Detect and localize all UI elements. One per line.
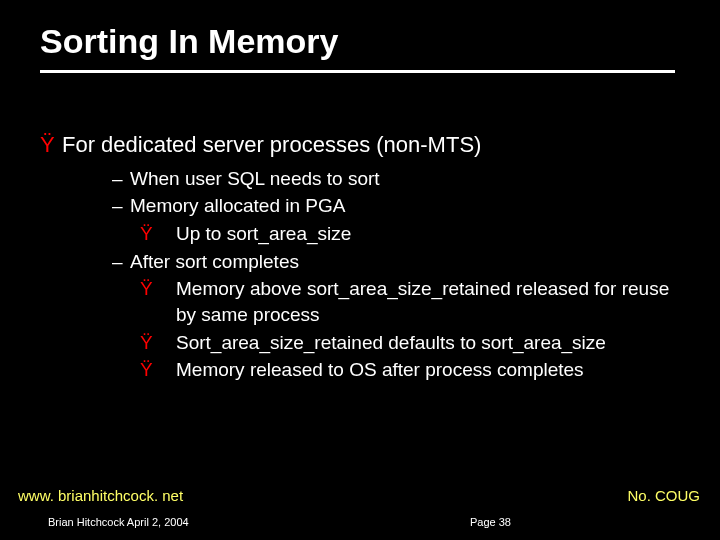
bullet-text: When user SQL needs to sort	[130, 168, 380, 189]
bullet-level3: ŸMemory released to OS after process com…	[158, 357, 680, 383]
bullet-text: Memory above sort_area_size_retained rel…	[176, 278, 669, 325]
bullet-level1: ŸFor dedicated server processes (non-MTS…	[40, 130, 680, 160]
bullet-text: Up to sort_area_size	[176, 223, 351, 244]
bullet-text: Memory allocated in PGA	[130, 195, 345, 216]
bullet-icon: Ÿ	[40, 130, 62, 160]
bullet-icon: Ÿ	[158, 221, 176, 247]
footer-org: No. COUG	[627, 487, 700, 504]
bullet-text: After sort completes	[130, 251, 299, 272]
bullet-text: Memory released to OS after process comp…	[176, 359, 584, 380]
bullet-icon: Ÿ	[158, 357, 176, 383]
title-underline	[40, 70, 675, 73]
slide-body: ŸFor dedicated server processes (non-MTS…	[40, 130, 680, 385]
bullet-icon: Ÿ	[158, 330, 176, 356]
bullet-icon: Ÿ	[158, 276, 176, 302]
dash-icon: –	[112, 166, 130, 192]
slide: Sorting In Memory ŸFor dedicated server …	[0, 0, 720, 540]
dash-icon: –	[112, 193, 130, 219]
dash-icon: –	[112, 249, 130, 275]
bullet-level2: –Memory allocated in PGA	[112, 193, 680, 219]
bullet-level2: –After sort completes	[112, 249, 680, 275]
footer-url: www. brianhitchcock. net	[18, 487, 183, 504]
bullet-text: Sort_area_size_retained defaults to sort…	[176, 332, 606, 353]
bullet-level2: –When user SQL needs to sort	[112, 166, 680, 192]
bullet-level3: ŸUp to sort_area_size	[158, 221, 680, 247]
bullet-level3: ŸMemory above sort_area_size_retained re…	[158, 276, 680, 327]
bullet-level3: ŸSort_area_size_retained defaults to sor…	[158, 330, 680, 356]
footer-author: Brian Hitchcock April 2, 2004	[48, 516, 189, 528]
bullet-text: For dedicated server processes (non-MTS)	[62, 132, 481, 157]
footer-page: Page 38	[470, 516, 511, 528]
slide-title: Sorting In Memory	[40, 22, 338, 61]
